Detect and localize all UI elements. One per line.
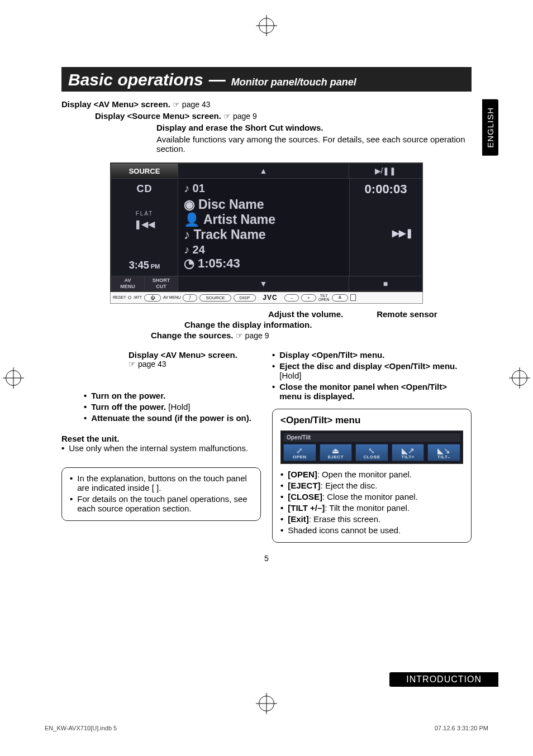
- language-tab: ENGLISH: [482, 99, 498, 156]
- physical-panel-strip: RESET /ATT ⏻ AV MENU ⤴ SOURCE DISP JVC –…: [110, 292, 423, 304]
- list-item: Display <Open/Tilt> menu.: [272, 350, 472, 360]
- list-item: In the explanation, buttons on the touch…: [70, 473, 253, 492]
- power-att-button[interactable]: ⏻: [144, 294, 161, 302]
- callout-shortcut-head: Display and erase the Short Cut windows.: [156, 123, 323, 132]
- open-tilt-header: Open/Tilt: [283, 433, 460, 442]
- vol-down-button[interactable]: –: [284, 294, 299, 302]
- callout-source-menu: Display <Source Menu> screen.: [95, 111, 221, 121]
- vol-up-button[interactable]: +: [301, 294, 316, 302]
- track-count: ♪ 24: [184, 243, 205, 256]
- av-menu-tab[interactable]: AV MENU: [111, 276, 145, 291]
- registration-mark: [259, 696, 274, 711]
- note-box: In the explanation, buttons on the touch…: [61, 467, 261, 521]
- list-item: Attenuate the sound (if the power is on)…: [84, 413, 261, 423]
- registration-mark: [512, 370, 527, 386]
- section-tab: INTRODUCTION: [389, 672, 498, 687]
- page-number: 5: [61, 554, 472, 563]
- avmenu-label: AV MENU: [163, 295, 180, 300]
- open-tilt-graphic: Open/Tilt ⤢OPEN ⏏EJECT ⤡CLOSE ◣↗TILT+ ◣↘…: [280, 430, 463, 464]
- remote-sensor-window: [350, 294, 356, 301]
- disc-icon: ◉: [184, 197, 195, 212]
- reset-pinhole[interactable]: [128, 296, 131, 299]
- callout-display-info: Change the display information.: [184, 320, 312, 329]
- disp-button[interactable]: DISP: [234, 294, 256, 302]
- clock-time: 3:45: [129, 260, 149, 271]
- list-item: For details on the touch panel operation…: [70, 494, 253, 513]
- clock-icon: ◔: [184, 256, 194, 271]
- tilt-open-button[interactable]: ≜: [332, 294, 348, 302]
- disc-name: Disc Name: [198, 197, 264, 212]
- callout-av-menu: Display <AV Menu> screen.: [61, 99, 170, 109]
- title-sub: Monitor panel/touch panel: [231, 76, 356, 88]
- list-item: [CLOSE]: Close the monitor panel.: [280, 492, 463, 501]
- duration: 1:05:43: [198, 256, 240, 271]
- eq-flat-label: FLAT: [111, 210, 178, 217]
- pageref: ☞ page 9: [223, 112, 257, 121]
- open-tilt-title: <Open/Tilt> menu: [280, 415, 463, 426]
- title-dash: —: [209, 70, 226, 89]
- reset-heading: Reset the unit.: [61, 434, 261, 443]
- jvc-logo: JVC: [263, 294, 277, 302]
- callout-volume: Adjust the volume.: [268, 309, 343, 319]
- callout-remote-sensor: Remote sensor: [377, 309, 437, 319]
- note-icon: ♪: [184, 227, 191, 242]
- play-pause-button[interactable]: ▶/❚❚: [349, 164, 422, 178]
- source-label: CD: [111, 183, 178, 195]
- title-main: Basic operations: [68, 70, 203, 89]
- pageref: ☞ page 43: [173, 100, 211, 109]
- open-label: OPEN: [318, 298, 330, 302]
- source-button[interactable]: SOURCE: [111, 164, 178, 178]
- avmenu-button[interactable]: ⤴: [183, 294, 197, 302]
- registration-mark: [259, 18, 274, 34]
- footer-left: EN_KW-AVX710[U].indb 5: [45, 725, 117, 731]
- reset-label: RESET: [113, 295, 126, 300]
- list-item: [OPEN]: Open the monitor panel.: [280, 470, 463, 479]
- tilt-label: TILT: [318, 294, 330, 298]
- track-name: Track Name: [194, 227, 266, 242]
- list-item: [Exit]: Erase this screen.: [280, 514, 463, 524]
- stop-button[interactable]: ■: [349, 276, 422, 291]
- close-icon-button[interactable]: ⤡CLOSE: [355, 444, 388, 461]
- list-item: Turn off the power. [Hold]: [84, 402, 261, 412]
- list-item: Shaded icons cannot be used.: [280, 525, 463, 535]
- artist-name: Artist Name: [203, 212, 275, 227]
- list-item: Turn on the power.: [84, 391, 261, 400]
- open-icon-button[interactable]: ⤢OPEN: [283, 444, 316, 461]
- track-number: ♪ 01: [184, 182, 205, 195]
- pageref: ☞ page 43: [129, 360, 261, 369]
- up-button[interactable]: ▲: [178, 164, 349, 178]
- eject-icon-button[interactable]: ⏏EJECT: [320, 444, 353, 461]
- page-title-bar: Basic operations — Monitor panel/touch p…: [61, 67, 472, 92]
- prev-track-button[interactable]: ❚◀◀: [111, 219, 178, 229]
- down-button[interactable]: ▼: [178, 276, 349, 291]
- att-label: /ATT: [134, 295, 142, 300]
- callout-change-sources: Change the sources.: [151, 331, 234, 340]
- source-phys-button[interactable]: SOURCE: [199, 294, 231, 302]
- registration-mark: [6, 370, 21, 386]
- short-cut-tab[interactable]: SHORT CUT: [145, 276, 178, 291]
- list-item: [EJECT]: Eject the disc.: [280, 481, 463, 490]
- list-item: Eject the disc and display <Open/Tilt> m…: [272, 361, 472, 380]
- pageref: ☞ page 9: [236, 331, 269, 340]
- tilt-plus-icon-button[interactable]: ◣↗TILT+: [392, 444, 425, 461]
- footer-right: 07.12.6 3:31:20 PM: [435, 725, 488, 731]
- callout-av-menu-2: Display <AV Menu> screen.: [129, 350, 237, 360]
- next-track-button[interactable]: ▶▶❚: [392, 228, 413, 238]
- list-item: Use only when the internal system malfun…: [61, 443, 261, 453]
- clock-ampm: PM: [151, 263, 160, 270]
- list-item: Close the monitor panel when <Open/Tilt>…: [272, 382, 472, 401]
- open-tilt-box: <Open/Tilt> menu Open/Tilt ⤢OPEN ⏏EJECT …: [272, 409, 472, 543]
- artist-icon: 👤: [184, 212, 200, 227]
- elapsed-time: 0:00:03: [350, 179, 422, 197]
- device-graphic: SOURCE ▲ ▶/❚❚ CD FLAT ❚◀◀ 3:45PM ♪ 01 ◉D…: [110, 162, 423, 304]
- tilt-minus-icon-button[interactable]: ◣↘TILT–: [427, 444, 460, 461]
- list-item: [TILT +/–]: Tilt the monitor panel.: [280, 503, 463, 513]
- callout-shortcut-body: Available functions vary among the sourc…: [156, 135, 472, 154]
